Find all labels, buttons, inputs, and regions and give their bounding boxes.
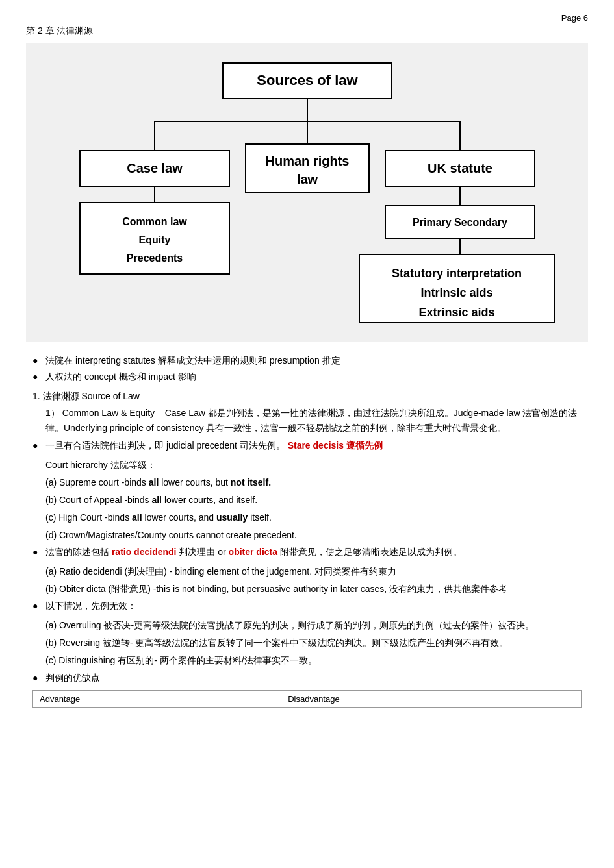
overruling-item: (a) Overruling 被否决-更高等级法院的法官挑战了原先的判决，则行成… <box>32 618 582 633</box>
judicial-precedent-list: 一旦有合适法院作出判决，即 judicial precedent 司法先例。 S… <box>32 439 582 453</box>
section1-1-label: 1） <box>45 408 60 418</box>
svg-text:Equity: Equity <box>138 234 170 245</box>
svg-text:law: law <box>296 172 318 186</box>
ratio-bullet-item: 法官的陈述包括 ratio decidendi 判决理由 or obiter d… <box>32 545 582 559</box>
content-area: 法院在 interpreting statutes 解释成文法中运用的规则和 p… <box>26 354 588 708</box>
stare-decisis-text: Stare decisis 遵循先例 <box>285 440 383 451</box>
section1-label: 1. <box>32 391 40 401</box>
ratio-item-a: (a) Ratio decidendi (判决理由) - binding ele… <box>32 564 582 579</box>
court-item-c: (c) High Court -binds all lower courts, … <box>32 510 582 525</box>
court-item-d: (d) Crown/Magistrates/County courts cann… <box>32 528 582 543</box>
svg-text:Statutory interpretation: Statutory interpretation <box>391 267 521 280</box>
advantage-header: Advantage <box>33 690 281 707</box>
intro-bullet-2: 人权法的 concept 概念和 impact 影响 <box>32 370 582 384</box>
svg-text:Extrinsic aids: Extrinsic aids <box>418 306 494 319</box>
disadvantage-header: Disadvantage <box>281 690 582 707</box>
svg-text:Precedents: Precedents <box>126 253 182 264</box>
pros-cons-bullet: 判例的优缺点 <box>32 671 582 685</box>
ratio-bullet-list: 法官的陈述包括 ratio decidendi 判决理由 or obiter d… <box>32 545 582 559</box>
reversing-item: (b) Reversing 被逆转- 更高等级法院的法官反转了同一个案件中下级法… <box>32 636 582 651</box>
judicial-precedent-text: 一旦有合适法院作出判决，即 judicial precedent 司法先例。 <box>45 440 285 451</box>
pros-cons-text: 判例的优缺点 <box>45 673 100 683</box>
svg-text:Human rights: Human rights <box>265 154 349 168</box>
pros-cons-list: 判例的优缺点 <box>32 671 582 685</box>
ratio-text-2: 判决理由 or <box>176 547 228 557</box>
precedent-null-bullet: 以下情况，先例无效： <box>32 599 582 613</box>
page-number: Page 6 <box>26 13 588 23</box>
ratio-text-3: 附带意见，使之足够清晰表述足以成为判例。 <box>277 547 462 557</box>
court-item-b: (b) Court of Appeal -binds all lower cou… <box>32 493 582 508</box>
precedent-null-text: 以下情况，先例无效： <box>45 601 136 611</box>
advantage-disadvantage-table: Advantage Disadvantage <box>32 690 582 708</box>
section1-title: 法律渊源 Source of Law <box>43 391 140 401</box>
svg-text:Common law: Common law <box>122 216 187 227</box>
court-item-a: (a) Supreme court -binds all lower court… <box>32 475 582 490</box>
section1-1-para: 1） Common Law & Equity – Case Law 都是判例法，… <box>32 406 582 436</box>
svg-text:Sources of law: Sources of law <box>257 72 358 88</box>
chapter-title: 第 2 章 法律渊源 <box>26 25 588 37</box>
judicial-precedent-bullet: 一旦有合适法院作出判决，即 judicial precedent 司法先例。 S… <box>32 439 582 453</box>
ratio-item-b: (b) Obiter dicta (附带意见) -this is not bin… <box>32 582 582 597</box>
svg-text:Case law: Case law <box>127 161 183 175</box>
svg-text:Primary Secondary: Primary Secondary <box>413 217 507 228</box>
obiter-dicta-term: obiter dicta <box>229 547 277 557</box>
precedent-null-list: 以下情况，先例无效： <box>32 599 582 613</box>
section1-1-text: Common Law & Equity – Case Law 都是判例法，是第一… <box>45 408 577 433</box>
ratio-text-1: 法官的陈述包括 <box>45 547 112 557</box>
distinguishing-item: (c) Distinguishing 有区别的- 两个案件的主要材料/法律事实不… <box>32 653 582 668</box>
svg-text:Intrinsic aids: Intrinsic aids <box>420 286 492 299</box>
diagram-container: Sources of law Case law Human rights law… <box>26 43 588 342</box>
ratio-decidendi-term: ratio decidendi <box>112 547 177 557</box>
intro-bullet-list: 法院在 interpreting statutes 解释成文法中运用的规则和 p… <box>32 354 582 384</box>
table-header-row: Advantage Disadvantage <box>33 690 582 707</box>
svg-text:UK statute: UK statute <box>427 161 492 175</box>
section1-heading: 1. 法律渊源 Source of Law <box>32 389 582 403</box>
diagram-svg: Sources of law Case law Human rights law… <box>41 56 574 329</box>
intro-bullet-1: 法院在 interpreting statutes 解释成文法中运用的规则和 p… <box>32 354 582 367</box>
court-hierarchy-label: Court hierarchy 法院等级： <box>32 458 582 473</box>
